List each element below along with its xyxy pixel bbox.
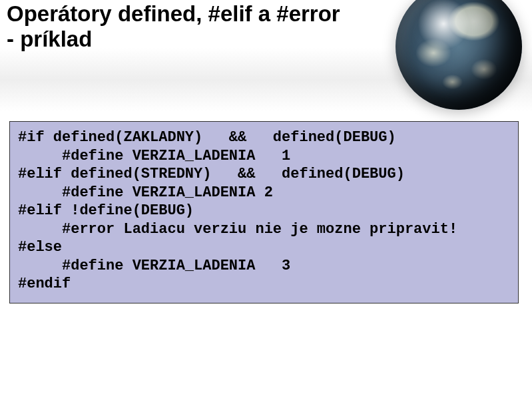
slide-title: Operátory defined, #elif a #error - prík… bbox=[7, 1, 405, 52]
code-content: #if defined(ZAKLADNY) && defined(DEBUG) … bbox=[18, 128, 510, 294]
globe-decoration bbox=[396, 0, 522, 110]
slide-header: Operátory defined, #elif a #error - prík… bbox=[7, 0, 405, 52]
slide: Operátory defined, #elif a #error - prík… bbox=[0, 0, 532, 398]
code-example-box: #if defined(ZAKLADNY) && defined(DEBUG) … bbox=[9, 121, 519, 303]
